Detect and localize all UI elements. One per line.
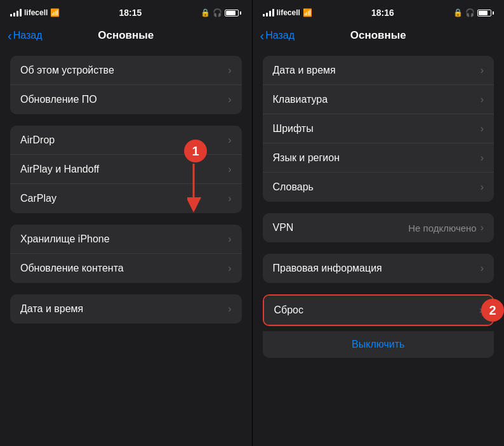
vpn-value: Не подключено [408,223,476,233]
battery-body-left [225,10,239,16]
item-right: › [228,164,231,175]
reset-item[interactable]: Сброс › [264,296,493,325]
chevron-icon: › [228,233,231,245]
item-right: › [228,193,231,204]
item-label: Обновление ПО [20,94,97,105]
vyklyuchit-label: Выключить [352,339,404,350]
airplay-item[interactable]: AirPlay и Handoff › [10,155,242,184]
signal-bar-r3 [269,11,271,16]
settings-wrapper-left: Об этом устройстве › Обновление ПО › Air… [0,51,252,329]
list-item[interactable]: Дата и время › [263,56,494,85]
settings-group-1-right: Дата и время › Клавиатура › Шрифты › [263,56,494,202]
airplay-label: AirPlay и Handoff [20,164,99,175]
item-right: › [228,263,231,274]
status-right-right: 🔒 🎧 [453,8,494,17]
nav-title-right: Основные [350,29,406,42]
carplay-item[interactable]: CarPlay › [10,184,242,213]
settings-content-right: Дата и время › Клавиатура › Шрифты › [253,51,505,446]
signal-icon-right [263,9,274,16]
signal-bar-r2 [266,13,268,16]
item-label: Язык и регион [273,152,340,164]
carplay-label: CarPlay [20,193,56,204]
back-label-left: Назад [13,30,43,41]
signal-icon [10,9,22,16]
status-left-left: lifecell 📶 [10,8,60,17]
airdrop-label: AirDrop [20,134,55,146]
legal-item[interactable]: Правовая информация › [263,254,494,283]
chevron-icon: › [481,263,484,274]
nav-bar-right: ‹ Назад Основные [253,23,505,51]
settings-wrapper-right: Дата и время › Клавиатура › Шрифты › [253,51,505,331]
right-phone-screen: lifecell 📶 18:16 🔒 🎧 ‹ Назад Основные [253,0,505,446]
item-right: › [481,94,484,105]
battery-fill-left [226,11,235,15]
settings-group-1-left: Об этом устройстве › Обновление ПО › [10,56,242,114]
settings-group-3-left: Хранилище iPhone › Обновление контента › [10,225,242,283]
item-right: › [228,233,231,245]
vpn-item[interactable]: VPN Не подключено › [263,213,494,242]
chevron-icon: › [481,222,484,233]
chevron-icon: › [228,65,231,76]
chevron-icon: › [228,134,231,146]
carrier-left: lifecell [24,8,48,17]
settings-group-3-right: Правовая информация › [263,254,494,283]
back-button-left[interactable]: ‹ Назад [8,29,43,43]
time-right: 18:16 [371,8,394,18]
carrier-right: lifecell [277,8,300,17]
battery-icon-right [477,10,494,16]
back-chevron-left: ‹ [8,29,12,43]
step-2-label: 2 [489,303,496,318]
item-right: › [481,152,484,164]
item-right: › [481,181,484,193]
list-item[interactable]: Язык и регион › [263,143,494,173]
left-phone-screen: lifecell 📶 18:15 🔒 🎧 ‹ Назад Основные [0,0,253,446]
item-label: Об этом устройстве [20,65,114,76]
lock-icon-left: 🔒 [201,8,210,17]
signal-bar-4 [20,9,22,16]
chevron-icon: › [228,263,231,274]
item-right: Не подключено › [408,222,484,233]
list-item[interactable]: Шрифты › [263,114,494,143]
item-label: Обновление контента [20,263,124,274]
chevron-icon: › [228,164,231,175]
reset-label: Сброс [274,305,304,316]
chevron-icon: › [228,94,231,105]
list-item[interactable]: Об этом устройстве › [10,56,242,85]
list-item[interactable]: Обновление ПО › [10,85,242,114]
signal-bar-2 [13,13,15,16]
datetime-item[interactable]: Дата и время › [10,294,242,324]
chevron-icon: › [228,303,231,315]
signal-bar-1 [10,14,12,16]
item-label: Клавиатура [273,94,328,105]
item-right: › [228,134,231,146]
signal-bar-r4 [272,9,274,16]
item-label: Шрифты [273,123,314,134]
battery-body-right [477,10,491,16]
item-label: Дата и время [273,65,336,76]
back-label-right: Назад [265,30,295,41]
item-right: › [228,65,231,76]
settings-content-left: Об этом устройстве › Обновление ПО › Air… [0,51,252,446]
item-label: Словарь [273,181,314,193]
list-item[interactable]: Обновление контента › [10,254,242,283]
status-right-left: 🔒 🎧 [201,8,241,17]
item-right: › [481,65,484,76]
time-left: 18:15 [119,8,142,18]
list-item[interactable]: Словарь › [263,173,494,202]
chevron-icon: › [481,65,484,76]
list-item[interactable]: Хранилище iPhone › [10,225,242,254]
status-bar-right: lifecell 📶 18:16 🔒 🎧 [253,0,505,23]
list-item[interactable]: Клавиатура › [263,85,494,114]
chevron-icon: › [481,152,484,164]
chevron-icon: › [481,123,484,134]
vpn-label: VPN [273,222,294,233]
vyklyuchit-button[interactable]: Выключить [263,331,494,358]
status-bar-left: lifecell 📶 18:15 🔒 🎧 [0,0,252,23]
lock-icon-right: 🔒 [453,8,463,17]
signal-bar-3 [17,11,18,16]
back-button-right[interactable]: ‹ Назад [260,29,295,43]
airdrop-item[interactable]: AirDrop › [10,126,242,155]
headphone-icon-left: 🎧 [213,8,222,17]
legal-label: Правовая информация [273,263,382,274]
settings-group-2-right: VPN Не подключено › [263,213,494,242]
